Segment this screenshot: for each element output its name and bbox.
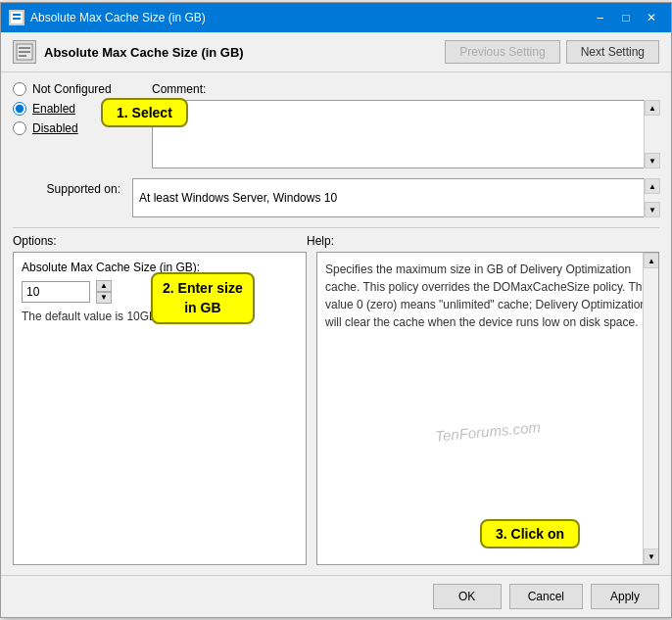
header-title: Absolute Max Cache Size (in GB) [44,45,244,60]
main-content: Not Configured Enabled Disabled 1. Selec… [1,72,671,575]
not-configured-label: Not Configured [32,82,112,96]
title-bar: Absolute Max Cache Size (in GB) ‒ □ ✕ [1,3,671,32]
title-controls: ‒ □ ✕ [589,9,663,26]
supported-value: At least Windows Server, Windows 10 [132,178,659,217]
not-configured-radio[interactable] [13,82,26,96]
comment-textarea[interactable] [152,100,659,168]
svg-rect-5 [19,51,30,53]
comment-scrollbar: ▲ ▼ [644,100,659,168]
panels-row: Absolute Max Cache Size (in GB): ▲ ▼ The… [13,252,659,565]
header-icon [13,40,36,64]
help-scrollbar: ▲ ▼ [643,253,658,564]
comment-label: Comment: [152,82,659,96]
title-text: Absolute Max Cache Size (in GB) [30,11,206,24]
enabled-radio[interactable] [13,102,26,116]
radio-group: Not Configured Enabled Disabled 1. Selec… [13,82,140,168]
svg-rect-4 [19,47,30,49]
supported-scrollbar: ▲ ▼ [644,178,659,217]
svg-rect-1 [13,14,21,16]
watermark: TenForums.com [435,418,542,444]
comment-section: Comment: ▲ ▼ [152,82,659,168]
close-button[interactable]: ✕ [640,9,663,26]
previous-setting-button[interactable]: Previous Setting [445,40,559,64]
scroll-up-arrow[interactable]: ▲ [645,100,660,116]
help-section-label: Help: [307,234,659,248]
footer: OK Cancel Apply [1,575,671,617]
select-callout: 1. Select [101,98,188,127]
apply-button[interactable]: Apply [591,584,659,609]
disabled-label: Disabled [32,121,78,135]
help-scroll-down[interactable]: ▼ [644,548,659,564]
dialog-window: Absolute Max Cache Size (in GB) ‒ □ ✕ Ab… [0,2,672,618]
supported-label: Supported on: [13,178,120,196]
next-setting-button[interactable]: Next Setting [566,40,659,64]
svg-rect-2 [13,18,21,20]
minimize-button[interactable]: ‒ [589,9,612,26]
spin-down-button[interactable]: ▼ [96,292,112,304]
not-configured-radio-item[interactable]: Not Configured [13,82,140,96]
spin-buttons: ▲ ▼ [96,280,112,304]
disabled-radio[interactable] [13,121,26,135]
options-panel: Absolute Max Cache Size (in GB): ▲ ▼ The… [13,252,307,565]
enter-size-callout: 2. Enter size in GB [151,272,255,324]
supported-section: Supported on: At least Windows Server, W… [13,178,659,217]
labels-row: Options: Help: [13,234,659,248]
svg-rect-6 [19,55,26,57]
top-section: Not Configured Enabled Disabled 1. Selec… [13,82,659,168]
help-panel: Specifies the maximum size in GB of Deli… [316,252,659,565]
supported-box-wrapper: At least Windows Server, Windows 10 ▲ ▼ [132,178,659,217]
supported-scroll-up[interactable]: ▲ [645,178,660,194]
cancel-button[interactable]: Cancel [509,584,583,609]
cache-size-input[interactable] [22,281,90,303]
click-on-callout: 3. Click on [480,519,580,548]
help-scroll-up[interactable]: ▲ [644,253,659,268]
options-section-label: Options: [13,234,307,248]
help-text: Specifies the maximum size in GB of Deli… [325,261,650,331]
window-icon [9,10,24,25]
header-bar: Absolute Max Cache Size (in GB) Previous… [1,32,671,72]
spin-up-button[interactable]: ▲ [96,280,112,292]
scroll-down-arrow[interactable]: ▼ [645,153,660,168]
nav-buttons: Previous Setting Next Setting [445,40,659,64]
maximize-button[interactable]: □ [614,9,638,26]
supported-scroll-down[interactable]: ▼ [645,202,660,217]
ok-button[interactable]: OK [433,584,502,609]
divider [13,227,659,228]
enabled-label: Enabled [32,102,75,116]
